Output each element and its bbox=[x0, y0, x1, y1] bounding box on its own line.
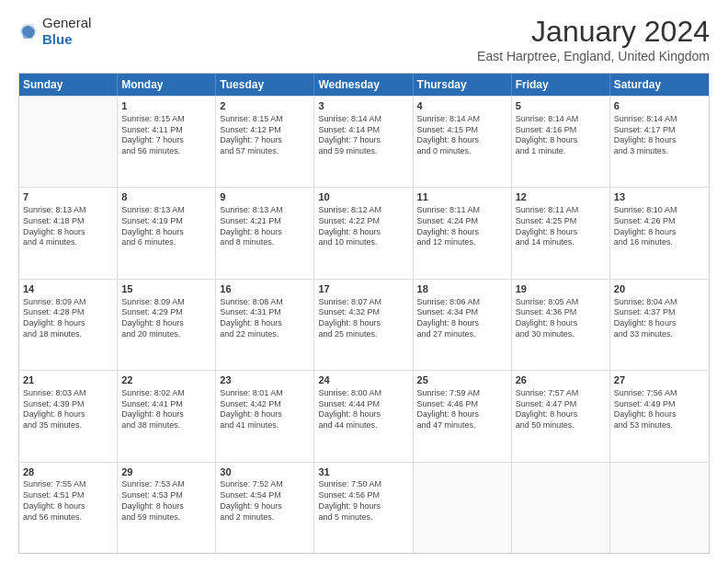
cell-line: Sunrise: 8:02 AM bbox=[121, 388, 211, 399]
day-number: 25 bbox=[417, 373, 507, 387]
cell-line: and 59 minutes. bbox=[121, 512, 211, 523]
calendar-cell-r0-c4: 4Sunrise: 8:14 AMSunset: 4:15 PMDaylight… bbox=[414, 97, 512, 187]
cell-line: Sunset: 4:44 PM bbox=[318, 399, 408, 410]
cell-line: and 56 minutes. bbox=[121, 146, 211, 157]
page: General Blue January 2024 East Harptree,… bbox=[0, 0, 728, 563]
header-tuesday: Tuesday bbox=[216, 74, 314, 96]
cell-line: Sunset: 4:22 PM bbox=[318, 216, 408, 227]
calendar-cell-r4-c2: 30Sunrise: 7:52 AMSunset: 4:54 PMDayligh… bbox=[216, 463, 314, 553]
cell-line: Sunset: 4:53 PM bbox=[121, 490, 211, 501]
cell-line: Sunset: 4:39 PM bbox=[23, 399, 113, 410]
calendar-cell-r1-c2: 9Sunrise: 8:13 AMSunset: 4:21 PMDaylight… bbox=[216, 188, 314, 278]
day-number: 7 bbox=[23, 190, 113, 204]
cell-line: Daylight: 8 hours bbox=[516, 318, 606, 329]
calendar-cell-r2-c5: 19Sunrise: 8:05 AMSunset: 4:36 PMDayligh… bbox=[512, 280, 610, 370]
day-number: 12 bbox=[516, 190, 606, 204]
calendar-cell-r3-c5: 26Sunrise: 7:57 AMSunset: 4:47 PMDayligh… bbox=[512, 371, 610, 461]
cell-line: Sunset: 4:56 PM bbox=[318, 490, 408, 501]
cell-line: Sunrise: 8:01 AM bbox=[220, 388, 310, 399]
calendar-cell-r3-c0: 21Sunrise: 8:03 AMSunset: 4:39 PMDayligh… bbox=[19, 371, 118, 461]
header-friday: Friday bbox=[512, 74, 610, 96]
cell-line: Daylight: 8 hours bbox=[417, 227, 507, 238]
calendar-cell-r2-c6: 20Sunrise: 8:04 AMSunset: 4:37 PMDayligh… bbox=[610, 280, 709, 370]
cell-line: Daylight: 8 hours bbox=[23, 409, 113, 420]
day-number: 15 bbox=[121, 282, 211, 296]
calendar-row-1: 7Sunrise: 8:13 AMSunset: 4:18 PMDaylight… bbox=[19, 187, 709, 278]
cell-line: Sunrise: 8:06 AM bbox=[417, 297, 507, 308]
cell-line: and 33 minutes. bbox=[614, 329, 705, 340]
logo-general: General bbox=[42, 15, 91, 30]
calendar-row-0: 1Sunrise: 8:15 AMSunset: 4:11 PMDaylight… bbox=[19, 96, 709, 187]
cell-line: Daylight: 7 hours bbox=[121, 135, 211, 146]
cell-line: and 20 minutes. bbox=[121, 329, 211, 340]
cell-line: and 35 minutes. bbox=[23, 420, 113, 431]
cell-line: Sunset: 4:46 PM bbox=[417, 399, 507, 410]
cell-line: and 25 minutes. bbox=[318, 329, 408, 340]
cell-line: Daylight: 8 hours bbox=[23, 318, 113, 329]
cell-line: Sunrise: 8:11 AM bbox=[516, 205, 606, 216]
cell-line: Sunrise: 7:55 AM bbox=[23, 479, 113, 490]
cell-line: Daylight: 7 hours bbox=[220, 135, 310, 146]
cell-line: and 14 minutes. bbox=[516, 237, 606, 248]
cell-line: Sunset: 4:29 PM bbox=[121, 307, 211, 318]
day-number: 22 bbox=[121, 373, 211, 387]
cell-line: Sunrise: 8:14 AM bbox=[516, 114, 606, 125]
calendar-cell-r0-c2: 2Sunrise: 8:15 AMSunset: 4:12 PMDaylight… bbox=[216, 97, 314, 187]
cell-line: Sunset: 4:36 PM bbox=[516, 307, 606, 318]
cell-line: Daylight: 8 hours bbox=[220, 227, 310, 238]
cell-line: and 18 minutes. bbox=[23, 329, 113, 340]
cell-line: Sunrise: 8:12 AM bbox=[318, 205, 408, 216]
calendar-cell-r2-c2: 16Sunrise: 8:08 AMSunset: 4:31 PMDayligh… bbox=[216, 280, 314, 370]
cell-line: Sunrise: 8:04 AM bbox=[614, 297, 705, 308]
day-number: 21 bbox=[23, 373, 113, 387]
cell-line: Sunrise: 7:56 AM bbox=[614, 388, 705, 399]
cell-line: and 50 minutes. bbox=[516, 420, 606, 431]
cell-line: Daylight: 8 hours bbox=[417, 409, 507, 420]
cell-line: Daylight: 8 hours bbox=[220, 409, 310, 420]
calendar-body: 1Sunrise: 8:15 AMSunset: 4:11 PMDaylight… bbox=[19, 96, 709, 553]
cell-line: Sunrise: 8:09 AM bbox=[121, 297, 211, 308]
cell-line: Sunset: 4:32 PM bbox=[318, 307, 408, 318]
calendar-cell-r4-c1: 29Sunrise: 7:53 AMSunset: 4:53 PMDayligh… bbox=[118, 463, 216, 553]
day-number: 1 bbox=[121, 99, 211, 113]
cell-line: Daylight: 8 hours bbox=[121, 318, 211, 329]
cell-line: Sunrise: 8:14 AM bbox=[614, 114, 705, 125]
calendar-row-4: 28Sunrise: 7:55 AMSunset: 4:51 PMDayligh… bbox=[19, 462, 709, 553]
cell-line: Daylight: 8 hours bbox=[516, 409, 606, 420]
cell-line: Sunrise: 8:00 AM bbox=[318, 388, 408, 399]
calendar-cell-r3-c4: 25Sunrise: 7:59 AMSunset: 4:46 PMDayligh… bbox=[414, 371, 512, 461]
day-number: 14 bbox=[23, 282, 113, 296]
cell-line: Daylight: 8 hours bbox=[318, 409, 408, 420]
day-number: 3 bbox=[318, 99, 408, 113]
cell-line: Sunrise: 7:59 AM bbox=[417, 388, 507, 399]
cell-line: Daylight: 8 hours bbox=[516, 135, 606, 146]
calendar-cell-r4-c3: 31Sunrise: 7:50 AMSunset: 4:56 PMDayligh… bbox=[314, 463, 413, 553]
cell-line: and 1 minute. bbox=[516, 146, 606, 157]
day-number: 23 bbox=[220, 373, 310, 387]
calendar-header: Sunday Monday Tuesday Wednesday Thursday… bbox=[19, 74, 709, 96]
cell-line: Sunrise: 7:52 AM bbox=[220, 479, 310, 490]
cell-line: and 44 minutes. bbox=[318, 420, 408, 431]
cell-line: Daylight: 8 hours bbox=[614, 135, 705, 146]
cell-line: Sunset: 4:41 PM bbox=[121, 399, 211, 410]
cell-line: Sunrise: 8:05 AM bbox=[516, 297, 606, 308]
cell-line: and 53 minutes. bbox=[614, 420, 705, 431]
calendar-row-3: 21Sunrise: 8:03 AMSunset: 4:39 PMDayligh… bbox=[19, 370, 709, 461]
cell-line: Daylight: 8 hours bbox=[417, 135, 507, 146]
cell-line: Daylight: 8 hours bbox=[516, 227, 606, 238]
cell-line: Daylight: 8 hours bbox=[614, 409, 705, 420]
cell-line: and 5 minutes. bbox=[318, 512, 408, 523]
cell-line: Sunset: 4:11 PM bbox=[121, 125, 211, 136]
cell-line: Sunrise: 8:14 AM bbox=[318, 114, 408, 125]
cell-line: and 56 minutes. bbox=[23, 512, 113, 523]
header-thursday: Thursday bbox=[414, 74, 512, 96]
logo-blue: Blue bbox=[42, 31, 73, 47]
cell-line: Daylight: 8 hours bbox=[121, 227, 211, 238]
calendar-cell-r4-c6 bbox=[610, 463, 709, 553]
day-number: 6 bbox=[614, 99, 705, 113]
calendar-title: January 2024 bbox=[477, 15, 710, 49]
calendar-cell-r3-c2: 23Sunrise: 8:01 AMSunset: 4:42 PMDayligh… bbox=[216, 371, 314, 461]
cell-line: and 27 minutes. bbox=[417, 329, 507, 340]
header-saturday: Saturday bbox=[610, 74, 709, 96]
day-number: 16 bbox=[220, 282, 310, 296]
